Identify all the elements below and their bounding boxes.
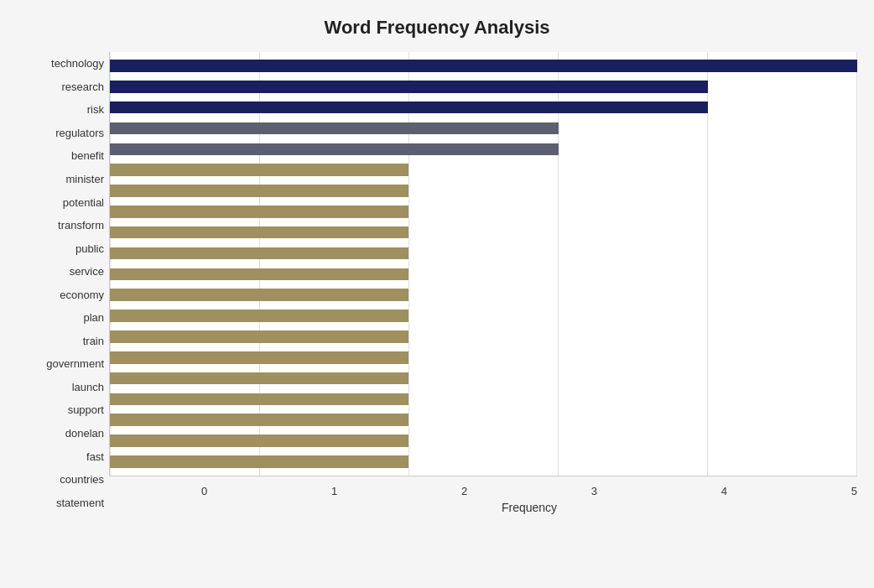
bar-row bbox=[110, 222, 857, 243]
y-label: transform bbox=[17, 214, 104, 237]
bar-row bbox=[110, 55, 857, 76]
bars-wrapper bbox=[110, 52, 857, 476]
bar-row bbox=[110, 138, 857, 159]
bar-row bbox=[110, 159, 857, 180]
bar bbox=[110, 185, 408, 197]
y-label: public bbox=[17, 237, 104, 260]
y-label: regulators bbox=[17, 122, 104, 145]
x-tick: 0 bbox=[201, 485, 207, 497]
y-label: train bbox=[17, 330, 104, 353]
bar bbox=[110, 206, 408, 218]
bar bbox=[110, 268, 408, 281]
x-tick: 3 bbox=[591, 485, 597, 497]
y-label: plan bbox=[17, 306, 104, 330]
bar-row bbox=[110, 97, 857, 118]
bar-row bbox=[110, 76, 857, 97]
y-label: donelan bbox=[17, 422, 104, 445]
y-label: statement bbox=[17, 491, 104, 514]
plot-area bbox=[109, 52, 857, 476]
bar-row bbox=[110, 201, 857, 222]
bar bbox=[110, 247, 408, 260]
bar-row bbox=[110, 118, 857, 139]
bar bbox=[110, 393, 408, 406]
y-label: technology bbox=[17, 52, 104, 75]
x-axis-title: Frequency bbox=[201, 501, 857, 514]
bar bbox=[110, 81, 708, 93]
bar bbox=[110, 372, 408, 385]
bar bbox=[110, 60, 857, 72]
bar-row bbox=[110, 305, 857, 326]
y-label: potential bbox=[17, 190, 104, 214]
bar-row bbox=[110, 409, 857, 430]
bar bbox=[110, 455, 408, 468]
bar-row bbox=[110, 284, 857, 305]
y-label: fast bbox=[17, 445, 104, 468]
y-label: government bbox=[17, 352, 104, 376]
y-label: launch bbox=[17, 376, 104, 399]
y-label: benefit bbox=[17, 144, 104, 168]
y-label: minister bbox=[17, 168, 104, 191]
bar-row bbox=[110, 368, 857, 389]
bar bbox=[110, 330, 408, 343]
bar-row bbox=[110, 180, 857, 201]
chart-container: Word Frequency Analysis technologyresear… bbox=[0, 0, 874, 588]
bar bbox=[110, 310, 408, 322]
y-label: risk bbox=[17, 98, 104, 122]
bar bbox=[110, 101, 708, 114]
y-label: service bbox=[17, 260, 104, 284]
chart-area: technologyresearchriskregulatorsbenefitm… bbox=[17, 52, 857, 514]
bar-row bbox=[110, 451, 857, 472]
bar bbox=[110, 414, 408, 426]
y-label: support bbox=[17, 398, 104, 422]
x-tick: 4 bbox=[721, 485, 727, 497]
bar bbox=[110, 351, 408, 364]
bar-row bbox=[110, 389, 857, 410]
x-tick: 1 bbox=[331, 485, 337, 497]
bar-row bbox=[110, 347, 857, 368]
y-axis: technologyresearchriskregulatorsbenefitm… bbox=[17, 52, 109, 514]
y-label: countries bbox=[17, 468, 104, 492]
chart-title: Word Frequency Analysis bbox=[17, 17, 857, 39]
y-label: economy bbox=[17, 283, 104, 306]
bar bbox=[110, 434, 408, 447]
bar bbox=[110, 164, 408, 176]
bar-row bbox=[110, 430, 857, 451]
x-tick: 2 bbox=[461, 485, 467, 497]
bar bbox=[110, 226, 408, 239]
x-axis-labels: 012345 bbox=[201, 480, 857, 497]
bar bbox=[110, 122, 559, 135]
bar-row bbox=[110, 263, 857, 284]
bar bbox=[110, 143, 559, 156]
bar-row bbox=[110, 326, 857, 347]
bar-row bbox=[110, 243, 857, 264]
bar bbox=[110, 289, 408, 301]
bottom-section: 012345 Frequency bbox=[109, 480, 857, 514]
y-label: research bbox=[17, 75, 104, 99]
x-tick: 5 bbox=[851, 485, 857, 497]
